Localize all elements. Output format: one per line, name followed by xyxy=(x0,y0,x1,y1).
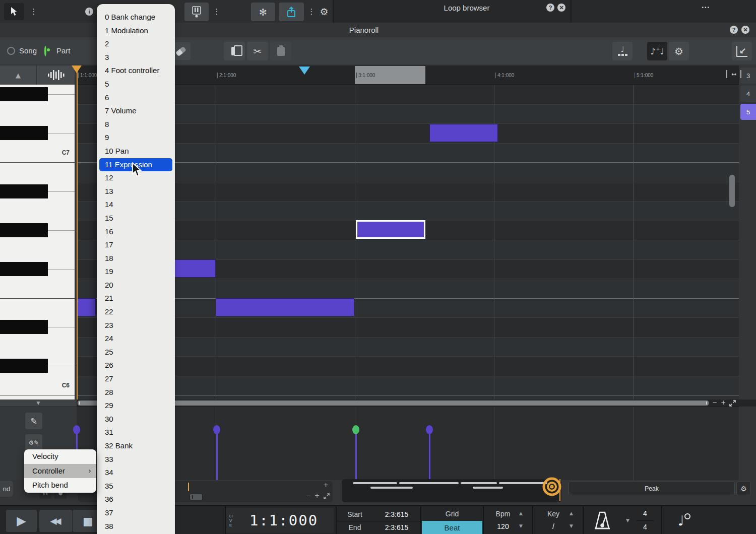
black-key[interactable] xyxy=(0,262,48,276)
controller-menu-item[interactable]: 31 xyxy=(97,426,175,439)
controller-menu-item[interactable]: 32 Bank xyxy=(97,439,175,453)
controller-menu-item[interactable]: 10 Pan xyxy=(97,145,175,158)
grid-row[interactable] xyxy=(77,240,739,259)
lane-menu-item[interactable]: Controller› xyxy=(24,464,96,479)
metronome-icon[interactable] xyxy=(592,510,613,530)
key-up-icon[interactable]: ▲ xyxy=(570,511,573,516)
controller-menu-item[interactable]: 21 xyxy=(97,292,175,305)
quantize-button[interactable]: ♩ xyxy=(670,510,691,530)
grid-row[interactable] xyxy=(77,162,739,182)
part-tab[interactable]: 5 xyxy=(740,104,756,120)
midi-note[interactable] xyxy=(429,124,498,142)
overview-zoom-in-icon[interactable]: + xyxy=(323,481,329,489)
controller-menu-item[interactable]: 18 xyxy=(97,252,175,265)
controller-point[interactable] xyxy=(73,425,80,434)
meter-settings-icon[interactable]: ⚙ xyxy=(736,482,751,495)
controller-lane[interactable] xyxy=(77,407,739,480)
time-sig-lower[interactable]: 4 xyxy=(640,523,650,531)
controller-menu-item[interactable]: 33 xyxy=(97,453,175,466)
grid-row[interactable] xyxy=(77,182,739,202)
controller-menu-item[interactable]: 38 xyxy=(97,520,175,533)
controller-menu-item[interactable]: 6 xyxy=(97,91,175,105)
pianoroll-settings-button[interactable]: ⚙ xyxy=(669,42,689,60)
bpm-up-icon[interactable]: ▲ xyxy=(519,511,523,516)
controller-point[interactable] xyxy=(352,425,359,434)
grid-row[interactable] xyxy=(77,279,739,298)
controller-menu-item[interactable]: 14 xyxy=(97,198,175,212)
effects-button[interactable]: ✻ xyxy=(251,3,275,21)
pianoroll-close-icon[interactable]: ✕ xyxy=(741,26,749,34)
controller-menu-item[interactable]: 15 xyxy=(97,212,175,225)
keyboard-display-button[interactable] xyxy=(184,3,209,21)
overview-scroll-handle[interactable] xyxy=(190,494,203,500)
bpm-value[interactable]: 120 xyxy=(489,522,517,530)
black-key[interactable] xyxy=(0,87,48,101)
controller-menu-item[interactable]: 34 xyxy=(97,466,175,480)
bpm-down-icon[interactable]: ▼ xyxy=(519,523,523,528)
midi-note[interactable] xyxy=(216,298,354,316)
close-icon[interactable]: ✕ xyxy=(557,4,565,12)
controller-menu-item[interactable]: 22 xyxy=(97,305,175,319)
position-display[interactable]: LIVE 1:1:000 xyxy=(226,508,334,533)
controller-menu-item[interactable]: 4 Foot controller xyxy=(97,64,175,78)
controller-point[interactable] xyxy=(213,425,220,434)
controller-menu-item[interactable]: 25 xyxy=(97,346,175,359)
part-tab[interactable]: 4 xyxy=(740,86,756,102)
grid-row[interactable] xyxy=(77,85,739,104)
midi-note[interactable] xyxy=(77,298,96,316)
controller-point[interactable] xyxy=(426,425,433,434)
play-button[interactable]: ▶ xyxy=(6,510,37,532)
keyboard-overview[interactable] xyxy=(342,479,561,502)
loop-marker-icon[interactable] xyxy=(299,66,310,75)
lane-menu-item[interactable]: Velocity xyxy=(24,449,96,464)
black-key[interactable] xyxy=(0,223,48,237)
cut-button[interactable]: ✂ xyxy=(247,42,268,60)
controller-menu-item[interactable]: 8 xyxy=(97,118,175,131)
paste-button[interactable] xyxy=(270,42,291,60)
controller-menu-item[interactable]: 1 Modulation xyxy=(97,24,175,38)
note-quantize-button[interactable]: ♩ xyxy=(612,42,633,60)
share-button[interactable] xyxy=(279,3,304,21)
rewind-button[interactable]: ◀◀ xyxy=(39,510,72,532)
grid-row[interactable] xyxy=(77,356,739,376)
controller-stem[interactable] xyxy=(355,429,357,480)
vertical-scrollbar[interactable] xyxy=(729,175,735,207)
piano-keyboard[interactable]: C7C6 xyxy=(0,85,75,399)
key-down-icon[interactable]: ▼ xyxy=(570,523,573,528)
metronome-down-icon[interactable]: ▼ xyxy=(626,518,629,523)
controller-menu-item[interactable]: 29 xyxy=(97,399,175,413)
view-overflow-icon[interactable]: ⋮ xyxy=(211,3,222,20)
controller-menu-item[interactable]: 19 xyxy=(97,265,175,279)
controller-menu-item[interactable]: 13 xyxy=(97,185,175,198)
lane-select-button[interactable]: ⚙✎ xyxy=(25,434,42,451)
overview-expand-icon[interactable] xyxy=(324,493,330,499)
grid-row[interactable] xyxy=(77,317,739,337)
controller-menu-item[interactable]: 28 xyxy=(97,386,175,399)
controller-menu-item[interactable]: 20 xyxy=(97,279,175,292)
draw-tool-button[interactable]: ✎ xyxy=(25,413,42,429)
scroll-up-button[interactable]: ▲ xyxy=(0,65,37,85)
expand-icon[interactable] xyxy=(729,400,736,407)
controller-menu-item[interactable]: 7 Volume xyxy=(97,104,175,118)
controller-menu-item[interactable]: 23 xyxy=(97,319,175,332)
select-tool-button[interactable] xyxy=(4,3,24,20)
controller-menu-item[interactable]: 37 xyxy=(97,506,175,520)
grid-row[interactable] xyxy=(77,143,739,163)
grid-beat-button[interactable]: Beat xyxy=(422,521,482,534)
controller-menu-item[interactable]: 30 xyxy=(97,413,175,426)
song-radio[interactable] xyxy=(7,47,15,55)
grid-row[interactable] xyxy=(77,395,739,399)
help-icon[interactable]: ? xyxy=(546,4,554,12)
grid-row[interactable] xyxy=(77,376,739,395)
playhead-marker-icon[interactable] xyxy=(72,65,82,73)
tool-overflow-icon[interactable]: ⋮ xyxy=(28,3,39,20)
velocity-view-button[interactable] xyxy=(37,65,75,85)
controller-stem[interactable] xyxy=(216,429,218,480)
controller-stem[interactable] xyxy=(429,429,430,480)
controller-menu-item[interactable]: 26 xyxy=(97,359,175,372)
controller-menu-item[interactable]: 27 xyxy=(97,372,175,386)
part-tab[interactable]: 3 xyxy=(740,68,756,84)
end-value[interactable]: 2:3:615 xyxy=(373,523,420,531)
grid-row[interactable] xyxy=(77,337,739,357)
time-sig-upper[interactable]: 4 xyxy=(640,509,650,517)
